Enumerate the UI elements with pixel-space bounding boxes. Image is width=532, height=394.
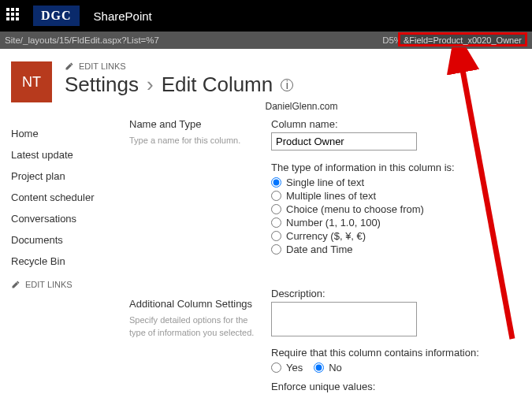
description-label: Description: — [271, 288, 521, 299]
url-fragment-left: Site/_layouts/15/FldEdit.aspx?List=%7 — [5, 35, 159, 45]
nav-recycle-bin[interactable]: Recycle Bin — [11, 251, 129, 272]
pencil-icon — [65, 61, 74, 71]
edit-links-label: EDIT LINKS — [79, 61, 126, 71]
url-field-param: &Field=Product_x0020_Owner — [398, 32, 527, 46]
form-area: Name and Type Type a name for this colum… — [129, 118, 521, 394]
section-additional-title: Additional Column Settings — [129, 298, 263, 310]
edit-links-nav[interactable]: EDIT LINKS — [11, 280, 129, 289]
page-header: NT EDIT LINKS Settings › Edit Column i — [0, 49, 532, 102]
breadcrumb-sep: › — [147, 72, 154, 97]
type-info-label: The type of information in this column i… — [271, 162, 521, 173]
type-radio-group: Single line of text Multiple lines of te… — [271, 176, 521, 256]
watermark: DanielGlenn.com — [71, 101, 532, 112]
description-textarea[interactable] — [271, 302, 417, 336]
require-no-radio[interactable] — [314, 362, 324, 373]
column-name-label: Column name: — [271, 118, 521, 130]
type-option-label: Multiple lines of text — [286, 190, 376, 202]
nav-documents[interactable]: Documents — [11, 229, 129, 251]
yes-label: Yes — [286, 362, 303, 374]
app-launcher-icon[interactable] — [6, 8, 22, 24]
tenant-logo[interactable]: DGC — [33, 6, 80, 26]
type-multi-line-radio[interactable] — [271, 191, 281, 201]
type-option-label: Number (1, 1.0, 100) — [286, 217, 381, 229]
quick-launch-nav: Home Latest update Project plan Content … — [11, 118, 129, 394]
type-option-label: Single line of text — [286, 177, 364, 188]
pencil-icon — [11, 280, 20, 289]
address-bar: Site/_layouts/15/FldEdit.aspx?List=%7 D5… — [0, 32, 532, 49]
edit-links-top[interactable]: EDIT LINKS — [65, 61, 521, 71]
breadcrumb-edit-column: Edit Column — [162, 72, 273, 97]
type-choice-radio[interactable] — [271, 204, 281, 214]
breadcrumb-settings[interactable]: Settings — [65, 72, 139, 97]
suite-bar: DGC SharePoint — [0, 0, 532, 32]
type-option-label: Currency ($, ¥, €) — [286, 230, 366, 242]
edit-links-label: EDIT LINKS — [25, 280, 73, 289]
require-label: Require that this column contains inform… — [271, 347, 521, 359]
site-tile[interactable]: NT — [11, 61, 52, 102]
column-name-input[interactable] — [271, 132, 417, 151]
info-icon[interactable]: i — [281, 79, 293, 91]
breadcrumb: Settings › Edit Column i — [65, 72, 521, 97]
require-yes-radio[interactable] — [271, 362, 281, 373]
nav-latest-update[interactable]: Latest update — [11, 144, 129, 165]
type-option-label: Choice (menu to choose from) — [286, 203, 424, 215]
type-datetime-radio[interactable] — [271, 244, 281, 255]
type-single-line-radio[interactable] — [271, 177, 281, 188]
type-option-label: Date and Time — [286, 243, 353, 255]
section-name-type-desc: Type a name for this column. — [129, 135, 263, 147]
nav-home[interactable]: Home — [11, 123, 129, 144]
enforce-label: Enforce unique values: — [271, 381, 521, 392]
nav-project-plan[interactable]: Project plan — [11, 165, 129, 187]
section-name-type-title: Name and Type — [129, 118, 263, 130]
nav-conversations[interactable]: Conversations — [11, 208, 129, 229]
type-number-radio[interactable] — [271, 217, 281, 228]
no-label: No — [329, 362, 342, 374]
app-name: SharePoint — [94, 9, 152, 23]
section-additional-desc: Specify detailed options for the type of… — [129, 314, 263, 339]
nav-content-scheduler[interactable]: Content scheduler — [11, 187, 129, 208]
type-currency-radio[interactable] — [271, 231, 281, 241]
